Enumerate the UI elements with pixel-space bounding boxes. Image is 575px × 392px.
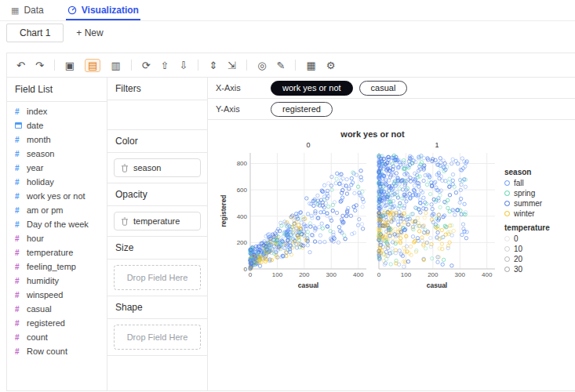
- resize-mode-icon[interactable]: ⇲: [227, 60, 236, 71]
- field-item[interactable]: #winspeed: [7, 288, 107, 302]
- undo-icon[interactable]: ↶: [16, 60, 25, 71]
- field-item[interactable]: #casual: [7, 302, 107, 316]
- chart-canvas[interactable]: 00100200300400casual10100200300400casual…: [219, 140, 500, 297]
- brush-icon[interactable]: ✎: [277, 60, 286, 71]
- filters-drop-area[interactable]: [107, 100, 207, 130]
- trash-icon[interactable]: [121, 217, 129, 226]
- svg-text:300: 300: [326, 271, 337, 278]
- legend-swatch: [504, 211, 510, 216]
- sort-descending-icon[interactable]: ⇩: [180, 60, 188, 71]
- sort-ascending-icon[interactable]: ⇧: [161, 60, 169, 71]
- field-list-title: Field List: [7, 78, 107, 102]
- legend-swatch: [504, 201, 510, 206]
- new-chart-button[interactable]: + New: [76, 27, 103, 38]
- hash-icon: #: [15, 319, 22, 328]
- export-image-icon[interactable]: ▦: [306, 60, 315, 71]
- legend-swatch: [504, 236, 510, 241]
- field-item[interactable]: #count: [7, 330, 107, 344]
- shape-drop-area[interactable]: Drop Field Here: [107, 319, 207, 356]
- x-axis-pills: work yes or notcasual: [271, 81, 407, 96]
- field-item[interactable]: #year: [7, 161, 107, 175]
- opacity-drop-area[interactable]: temperature: [107, 206, 207, 237]
- svg-text:600: 600: [237, 187, 248, 194]
- field-item[interactable]: #index: [7, 104, 107, 118]
- shape-drop-zone[interactable]: Drop Field Here: [114, 325, 201, 350]
- field-name: index: [27, 107, 47, 116]
- chart-title: work yes or not: [250, 129, 495, 139]
- legend-entry[interactable]: 0: [504, 234, 550, 243]
- field-name: Row count: [27, 347, 67, 356]
- trash-icon[interactable]: [121, 164, 129, 172]
- size-drop-area[interactable]: Drop Field Here: [107, 260, 207, 296]
- toolbar-separator: [295, 60, 296, 71]
- field-item[interactable]: date: [7, 118, 107, 132]
- layers-icon[interactable]: ▥: [111, 60, 120, 71]
- config-icon[interactable]: ⚙: [326, 60, 336, 71]
- field-item[interactable]: #am or pm: [7, 203, 107, 217]
- svg-text:0: 0: [244, 266, 248, 273]
- field-item[interactable]: #Day of the week: [7, 217, 107, 231]
- field-name: am or pm: [27, 205, 63, 215]
- zoom-mode-icon[interactable]: ◎: [257, 60, 266, 71]
- field-item[interactable]: #season: [7, 147, 107, 161]
- data-table-icon: ▦: [11, 6, 19, 15]
- legend-entry[interactable]: winter: [504, 209, 550, 218]
- opacity-field-name: temperature: [133, 216, 180, 226]
- svg-text:0: 0: [377, 271, 381, 278]
- svg-text:400: 400: [237, 213, 248, 220]
- y-axis-label: Y-Axis: [216, 104, 266, 114]
- tab-visualization-label: Visualization: [82, 5, 139, 16]
- chart-area[interactable]: work yes or not 00100200300400casual1010…: [208, 120, 575, 390]
- field-name: count: [27, 332, 48, 342]
- size-drop-zone[interactable]: Drop Field Here: [114, 265, 201, 290]
- field-name: registered: [27, 318, 65, 328]
- legend-title: temperature: [504, 223, 550, 232]
- field-name: year: [27, 163, 43, 172]
- legend-label: winter: [514, 209, 535, 218]
- chart-tab-1[interactable]: Chart 1: [6, 24, 64, 42]
- field-item[interactable]: #work yes or not: [7, 189, 107, 203]
- tab-data[interactable]: ▦ Data: [11, 0, 44, 20]
- field-item[interactable]: #humidity: [7, 274, 107, 288]
- legend-entry[interactable]: 10: [504, 245, 550, 253]
- legend-entry[interactable]: 30: [504, 265, 550, 274]
- size-header: Size: [107, 237, 207, 260]
- field-item[interactable]: #feeling_temp: [7, 260, 107, 274]
- legend-label: spring: [514, 189, 535, 198]
- axis-field-pill[interactable]: casual: [359, 81, 408, 96]
- hash-icon: #: [15, 136, 22, 144]
- legend-label: fall: [514, 179, 524, 187]
- field-item[interactable]: #month: [7, 132, 107, 147]
- color-field-pill[interactable]: season: [114, 158, 201, 177]
- refresh-icon[interactable]: ⟳: [142, 60, 151, 71]
- chart-tab-bar: Chart 1 + New: [0, 21, 575, 45]
- hash-icon: #: [15, 107, 22, 116]
- hash-icon: #: [15, 249, 22, 257]
- legend-swatch: [504, 246, 510, 252]
- field-item[interactable]: #registered: [7, 316, 107, 330]
- opacity-field-pill[interactable]: temperature: [114, 212, 201, 230]
- color-field-name: season: [133, 163, 161, 172]
- field-item[interactable]: #temperature: [7, 245, 107, 260]
- color-drop-area[interactable]: season: [107, 153, 207, 183]
- field-item[interactable]: #holiday: [7, 175, 107, 189]
- field-item[interactable]: #hour: [7, 231, 107, 245]
- transpose-icon[interactable]: ⇕: [209, 60, 217, 71]
- tab-visualization[interactable]: Visualization: [67, 0, 139, 20]
- legend-entry[interactable]: 20: [504, 255, 550, 263]
- axis-field-pill[interactable]: work yes or not: [271, 81, 353, 96]
- svg-text:800: 800: [237, 160, 248, 167]
- legend-entry[interactable]: fall: [504, 179, 550, 187]
- legend-entry[interactable]: summer: [504, 199, 550, 208]
- mark-type-icon[interactable]: ▣: [65, 60, 75, 71]
- chart-panel: X-Axis work yes or notcasual Y-Axis regi…: [208, 78, 575, 390]
- legend-entry[interactable]: spring: [504, 189, 550, 198]
- svg-text:200: 200: [237, 239, 248, 246]
- encoding-edit-icon[interactable]: ▤: [85, 59, 100, 72]
- field-item[interactable]: #Row count: [7, 344, 107, 358]
- hash-icon: #: [15, 347, 22, 356]
- svg-text:100: 100: [272, 271, 283, 278]
- redo-icon[interactable]: ↷: [35, 60, 44, 71]
- hash-icon: #: [15, 220, 22, 229]
- axis-field-pill[interactable]: registered: [271, 102, 333, 117]
